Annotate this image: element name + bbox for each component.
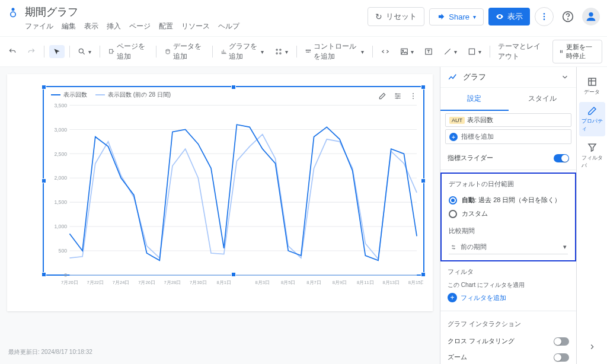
embed-button[interactable] [378,45,393,58]
properties-panel: グラフ 設定 スタイル AUT 表示回数 + 指標を追加 指標スライダー デフォ… [440,67,576,364]
svg-point-2 [544,13,545,15]
undo-button[interactable] [5,45,20,58]
chart-selection[interactable]: 表示回数 表示回数 (前の 28 日間) 05001,0001,5002,000… [43,86,424,276]
chevron-down-icon[interactable] [561,73,569,81]
theme-layout-button[interactable]: テーマとレイアウト [494,39,548,64]
svg-point-6 [568,19,568,20]
top-header: 期間グラフ ファイル 編集 表示 挿入 ページ 配置 リソース ヘルプ ↻リセッ… [0,0,607,36]
svg-point-14 [280,53,281,54]
zoom-toggle[interactable] [554,353,569,362]
tab-settings[interactable]: 設定 [440,88,509,111]
date-range-custom[interactable]: カスタム [449,207,568,221]
cross-filter-toggle[interactable] [554,337,569,346]
add-filter-button[interactable]: + フィルタを追加 [448,293,569,302]
chart-legend: 表示回数 表示回数 (前の 28 日間) [51,91,171,99]
svg-text:7月30日: 7月30日 [190,280,207,285]
svg-text:1,000: 1,000 [54,223,67,229]
menu-bar: ファイル 編集 表示 挿入 ページ 配置 リソース ヘルプ [25,21,362,31]
rail-data[interactable]: データ [579,73,605,100]
svg-text:1,500: 1,500 [54,199,67,205]
more-options-icon[interactable] [535,7,554,26]
svg-point-3 [544,16,545,18]
svg-text:7月20日: 7月20日 [61,280,78,285]
add-page-button[interactable]: ページを追加 [105,39,151,64]
svg-text:8月13日: 8月13日 [382,280,400,285]
shape-button[interactable]: ▾ [464,45,485,58]
menu-arrange[interactable]: 配置 [159,21,173,31]
svg-rect-19 [469,49,474,54]
svg-point-17 [402,50,404,51]
menu-page[interactable]: ページ [129,21,151,31]
line-button[interactable]: ▾ [440,45,461,58]
svg-text:7月28日: 7月28日 [164,280,181,285]
canvas-area[interactable]: 表示回数 表示回数 (前の 28 日間) 05001,0001,5002,000… [0,67,440,364]
metric-slider-label: 指標スライダー [448,154,493,162]
chevron-down-icon: ▾ [563,243,567,251]
svg-point-13 [276,53,277,54]
menu-resource[interactable]: リソース [181,21,210,31]
svg-text:3,000: 3,000 [54,127,67,133]
svg-text:2,500: 2,500 [54,151,67,157]
svg-rect-20 [560,50,561,53]
svg-point-10 [166,49,170,51]
tab-style[interactable]: スタイル [509,88,577,111]
svg-point-7 [589,12,593,17]
svg-text:7月22日: 7月22日 [87,280,104,285]
redo-button[interactable] [24,45,39,58]
svg-point-0 [12,8,15,11]
menu-edit[interactable]: 編集 [62,21,76,31]
svg-text:8月15日: 8月15日 [408,280,423,285]
menu-insert[interactable]: 挿入 [107,21,121,31]
menu-help[interactable]: ヘルプ [218,21,239,31]
pause-update-button[interactable]: 更新を一時停止 [552,40,602,63]
svg-text:8月3日: 8月3日 [255,280,270,285]
svg-rect-16 [401,49,407,54]
chart-settings-icon[interactable] [391,90,404,103]
menu-view[interactable]: 表示 [84,21,98,31]
date-range-auto[interactable]: 自動: 過去 28 日間（今日を除く） [449,193,568,207]
svg-text:0: 0 [64,272,67,278]
svg-rect-55 [589,78,596,85]
zoom-tool[interactable]: ▾ [74,45,95,58]
reset-button[interactable]: ↻リセット [368,7,424,26]
image-button[interactable]: ▾ [397,45,417,58]
rail-collapse-icon[interactable] [584,339,600,355]
svg-text:3,500: 3,500 [54,103,67,108]
add-chart-button[interactable]: グラフを追加▾ [218,39,268,64]
svg-point-4 [544,18,545,20]
svg-text:8月7日: 8月7日 [306,280,321,285]
add-metric-button[interactable]: + 指標を追加 [445,129,571,144]
compare-period-select[interactable]: 前の期間 ▾ [449,240,568,254]
svg-text:2,000: 2,000 [54,175,67,181]
chart-edit-icon[interactable] [376,90,389,103]
svg-text:500: 500 [59,248,68,254]
text-button[interactable] [421,45,436,58]
metric-field[interactable]: AUT 表示回数 [445,113,571,127]
community-viz-button[interactable]: ▾ [271,45,292,58]
view-button[interactable]: 表示 [488,8,530,25]
document-title[interactable]: 期間グラフ [25,5,362,19]
chart-more-icon[interactable] [407,90,420,103]
add-data-button[interactable]: データを追加 [161,39,207,64]
select-tool[interactable] [49,45,65,58]
metric-slider-toggle[interactable] [554,154,569,162]
svg-text:8月1日: 8月1日 [216,280,231,285]
rail-filterbar[interactable]: フィルタバ [579,139,605,173]
looker-logo-icon [7,6,19,18]
last-updated-text: 最終更新日: 2024/8/17 10:18:32 [8,348,92,356]
menu-file[interactable]: ファイル [25,21,53,31]
svg-text:8月5日: 8月5日 [281,280,295,285]
rail-properties[interactable]: プロパティ [579,102,605,136]
line-chart: 05001,0001,5002,0002,5003,0003,5007月20日7… [44,101,423,288]
line-chart-icon [448,72,458,82]
radio-checked-icon [449,196,457,205]
share-button[interactable]: Share▾ [429,8,484,25]
panel-title: グラフ [463,72,556,82]
date-range-section: デフォルトの日付範囲 自動: 過去 28 日間（今日を除く） カスタム 比較期間… [440,173,576,261]
svg-point-12 [280,49,281,50]
add-control-button[interactable]: コントロールを追加▾ [302,39,368,64]
svg-rect-21 [561,50,562,53]
help-icon[interactable] [558,7,577,26]
user-avatar[interactable] [582,8,600,25]
svg-point-22 [413,93,414,94]
